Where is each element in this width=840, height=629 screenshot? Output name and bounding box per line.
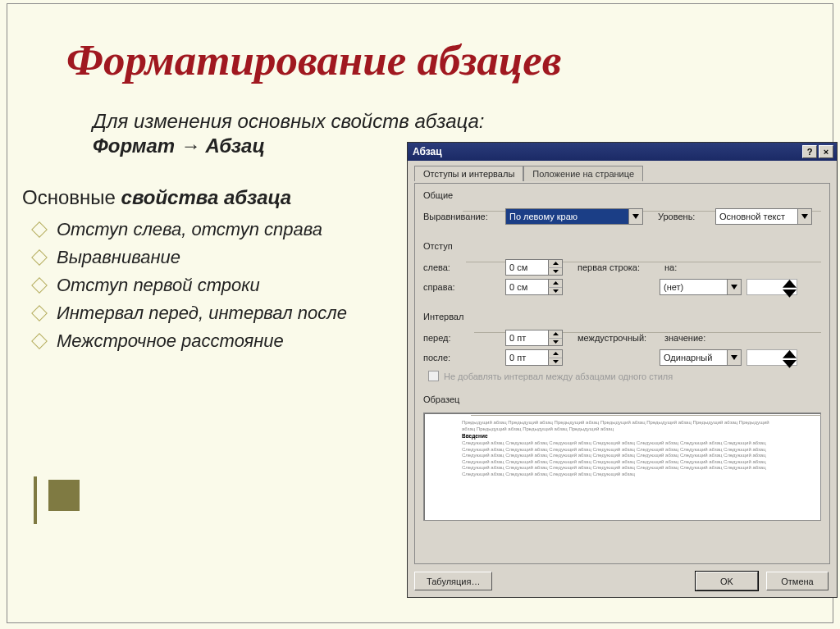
- no-space-label: Не добавлять интервал между абзацами одн…: [444, 371, 673, 381]
- label-left: слева:: [423, 262, 505, 272]
- group-interval-title: Интервал: [423, 312, 468, 321]
- label-right: справа:: [423, 282, 505, 292]
- space-before-value: 0 пт: [509, 333, 526, 343]
- help-button[interactable]: ?: [802, 145, 817, 158]
- linespacing-value: Одинарный: [664, 353, 712, 362]
- bullet-text: Межстрочное расстояние: [57, 327, 284, 355]
- group-interval: Интервал перед: 0 пт междустрочный: знач…: [423, 312, 821, 386]
- preview-box: Предыдущий абзац Предыдущий абзац Предыд…: [423, 412, 821, 521]
- spin-down-icon[interactable]: [548, 358, 562, 366]
- spin-down-icon[interactable]: [548, 339, 562, 346]
- bullet-text: Интервал перед, интервал после: [57, 299, 347, 327]
- bullet-item: Выравнивание: [34, 244, 347, 271]
- label-before: перед:: [423, 333, 505, 343]
- linespacing-combo[interactable]: Одинарный: [660, 349, 742, 366]
- diamond-icon: [31, 249, 48, 266]
- accent-line: [34, 476, 37, 524]
- label-by: на:: [664, 262, 712, 272]
- properties-subhead: Основные свойства абзаца: [22, 186, 291, 209]
- subtitle-line1: Для изменения основных свойств абзаца:: [93, 109, 485, 134]
- group-general-title: Общие: [423, 190, 458, 200]
- spin-down-icon[interactable]: [783, 289, 797, 299]
- spin-down-icon[interactable]: [783, 360, 797, 370]
- group-preview-title: Образец: [423, 394, 464, 404]
- bullet-text: Отступ слева, отступ справа: [57, 216, 322, 244]
- bullet-list: Отступ слева, отступ справа Выравнивание…: [34, 216, 347, 355]
- label-value: значение:: [664, 333, 712, 343]
- label-level: Уровень:: [658, 212, 715, 221]
- alignment-combo[interactable]: По левому краю: [505, 208, 643, 225]
- spin-up-icon[interactable]: [548, 330, 562, 339]
- label-linespace: междустрочный:: [578, 333, 660, 343]
- spin-down-icon[interactable]: [548, 288, 562, 295]
- no-space-checkbox[interactable]: [428, 371, 439, 381]
- subhead-text-b: свойства абзаца: [121, 186, 291, 208]
- group-general: Общие Выравнивание: По левому краю Урове…: [423, 190, 821, 233]
- firstline-by-spinner[interactable]: [746, 279, 797, 295]
- indent-right-spinner[interactable]: 0 см: [505, 279, 563, 295]
- bullet-item: Интервал перед, интервал после: [34, 299, 347, 327]
- slide-frame: Форматирование абзацев Для изменения осн…: [7, 3, 833, 623]
- spin-up-icon[interactable]: [783, 350, 797, 360]
- space-after-value: 0 пт: [509, 353, 526, 362]
- indent-left-spinner[interactable]: 0 см: [505, 259, 563, 276]
- dialog-title: Абзац: [413, 146, 442, 157]
- dropdown-icon[interactable]: [797, 209, 811, 224]
- bullet-item: Межстрочное расстояние: [34, 327, 347, 355]
- dropdown-icon[interactable]: [727, 280, 741, 294]
- firstline-combo[interactable]: (нет): [660, 279, 742, 295]
- accent-square: [48, 480, 80, 511]
- level-value: Основной текст: [719, 212, 785, 221]
- label-first: первая строка:: [578, 262, 660, 272]
- spin-up-icon[interactable]: [548, 350, 562, 358]
- tabs-button[interactable]: Табуляция…: [414, 572, 492, 590]
- dropdown-icon[interactable]: [727, 350, 741, 365]
- linespacing-value-spinner[interactable]: [746, 349, 797, 366]
- firstline-value: (нет): [664, 282, 683, 292]
- spin-up-icon[interactable]: [783, 280, 797, 289]
- spin-down-icon[interactable]: [548, 268, 562, 276]
- space-before-spinner[interactable]: 0 пт: [505, 330, 563, 346]
- group-preview: Образец Предыдущий абзац Предыдущий абза…: [423, 394, 821, 526]
- no-space-checkbox-row: Не добавлять интервал между абзацами одн…: [428, 371, 821, 381]
- label-after: после:: [423, 353, 505, 362]
- group-indent-title: Отступ: [423, 241, 458, 251]
- tab-position[interactable]: Положение на странице: [523, 166, 643, 181]
- level-combo[interactable]: Основной текст: [715, 208, 812, 225]
- paragraph-dialog: Абзац ? × Отступы и интервалы Положение …: [407, 142, 838, 598]
- titlebar[interactable]: Абзац ? ×: [408, 143, 837, 161]
- tab-indents[interactable]: Отступы и интервалы: [414, 166, 523, 181]
- space-after-spinner[interactable]: 0 пт: [505, 349, 563, 366]
- cancel-button[interactable]: Отмена: [766, 572, 829, 590]
- diamond-icon: [31, 334, 48, 350]
- subhead-text-a: Основные: [22, 186, 121, 208]
- group-indent: Отступ слева: 0 см первая строка: на: сп…: [423, 241, 821, 303]
- tabs: Отступы и интервалы Положение на страниц…: [414, 166, 837, 181]
- ok-button[interactable]: OK: [696, 572, 758, 590]
- dropdown-icon[interactable]: [628, 209, 642, 224]
- slide-title: Форматирование абзацев: [66, 35, 562, 84]
- diamond-icon: [31, 277, 48, 294]
- bullet-item: Отступ первой строки: [34, 271, 347, 299]
- bullet-text: Отступ первой строки: [57, 271, 260, 299]
- spin-up-icon[interactable]: [548, 260, 562, 268]
- indent-left-value: 0 см: [509, 262, 527, 272]
- bullet-item: Отступ слева, отступ справа: [34, 216, 347, 244]
- dialog-buttons: Табуляция… OK Отмена: [414, 572, 829, 590]
- indent-right-value: 0 см: [509, 282, 527, 292]
- spin-up-icon[interactable]: [548, 280, 562, 288]
- label-align: Выравнивание:: [423, 212, 505, 221]
- alignment-value: По левому краю: [509, 212, 578, 221]
- diamond-icon: [31, 221, 48, 238]
- dialog-panel: Общие Выравнивание: По левому краю Урове…: [414, 183, 830, 564]
- diamond-icon: [31, 305, 48, 321]
- close-button[interactable]: ×: [819, 145, 833, 158]
- bullet-text: Выравнивание: [57, 244, 180, 271]
